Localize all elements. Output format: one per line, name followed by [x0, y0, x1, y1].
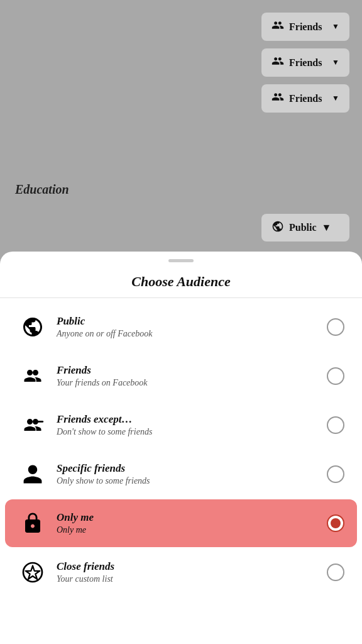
close-friends-subtitle: Your custom list [57, 574, 327, 584]
audience-item-only-me[interactable]: Only me Only me [5, 499, 357, 547]
star-icon [18, 557, 48, 587]
globe-icon [18, 312, 48, 342]
friends-except-text: Friends except… Don't show to some frien… [57, 413, 327, 437]
audience-item-friends-except[interactable]: Friends except… Don't show to some frien… [5, 401, 357, 449]
friends-icon-option [18, 361, 48, 391]
friends-btn-label-3: Friends [289, 93, 322, 104]
close-friends-title: Close friends [57, 560, 327, 573]
audience-bottom-sheet: Choose Audience Public Anyone on or off … [0, 252, 362, 644]
globe-icon-bg [272, 220, 284, 235]
friends-icon-3 [272, 91, 284, 106]
only-me-text: Only me Only me [57, 511, 327, 535]
chevron-icon-3: ▼ [332, 94, 339, 103]
specific-friends-subtitle: Only show to some friends [57, 476, 327, 486]
only-me-subtitle: Only me [57, 525, 327, 535]
public-button-container: Public ▼ [261, 214, 349, 242]
lock-icon [18, 508, 48, 538]
friends-except-subtitle: Don't show to some friends [57, 427, 327, 437]
friends-radio[interactable] [327, 367, 344, 385]
audience-item-specific-friends[interactable]: Specific friends Only show to some frien… [5, 450, 357, 498]
specific-friends-text: Specific friends Only show to some frien… [57, 462, 327, 486]
drag-handle[interactable] [168, 259, 194, 262]
person-icon [18, 459, 48, 489]
chevron-public: ▼ [322, 222, 332, 233]
friends-button-2[interactable]: Friends ▼ [261, 48, 349, 77]
friends-btn-label: Friends [289, 21, 322, 33]
public-text: Public Anyone on or off Facebook [57, 315, 327, 339]
audience-list: Public Anyone on or off Facebook Friends… [0, 303, 362, 596]
specific-friends-title: Specific friends [57, 462, 327, 475]
public-radio[interactable] [327, 318, 344, 336]
public-btn-label: Public [289, 222, 317, 233]
friends-icon [272, 19, 284, 35]
friends-title: Friends [57, 364, 327, 377]
close-friends-radio[interactable] [327, 564, 344, 581]
only-me-radio[interactable] [327, 514, 344, 532]
divider [0, 297, 362, 298]
svg-marker-2 [26, 566, 40, 579]
friends-minus-icon [18, 410, 48, 440]
public-title: Public [57, 315, 327, 328]
friends-button-1[interactable]: Friends ▼ [261, 13, 349, 41]
friends-button-3[interactable]: Friends ▼ [261, 84, 349, 113]
audience-item-public[interactable]: Public Anyone on or off Facebook [5, 303, 357, 351]
friends-text: Friends Your friends on Facebook [57, 364, 327, 388]
chevron-icon: ▼ [332, 22, 339, 31]
friends-except-radio[interactable] [327, 416, 344, 434]
friends-subtitle: Your friends on Facebook [57, 378, 327, 388]
specific-friends-radio[interactable] [327, 465, 344, 483]
audience-item-friends[interactable]: Friends Your friends on Facebook [5, 352, 357, 400]
education-label: Education [15, 182, 69, 197]
friends-btn-label-2: Friends [289, 57, 322, 69]
public-subtitle: Anyone on or off Facebook [57, 329, 327, 339]
audience-item-close-friends[interactable]: Close friends Your custom list [5, 548, 357, 596]
friends-except-title: Friends except… [57, 413, 327, 426]
close-friends-text: Close friends Your custom list [57, 560, 327, 584]
only-me-title: Only me [57, 511, 327, 524]
friends-icon-2 [272, 55, 284, 70]
chevron-icon-2: ▼ [332, 58, 339, 67]
friends-buttons-group: Friends ▼ Friends ▼ Friends ▼ [261, 13, 349, 113]
sheet-title: Choose Audience [0, 267, 362, 297]
public-button[interactable]: Public ▼ [261, 214, 349, 242]
